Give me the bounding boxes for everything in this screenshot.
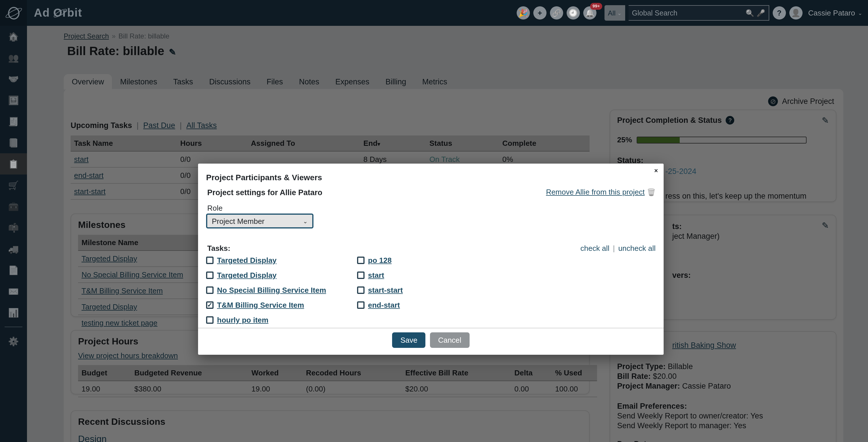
chevron-down-icon: ⌄ bbox=[303, 218, 308, 224]
task-checkbox-item: ✓ Targeted Display bbox=[206, 256, 277, 264]
sidebar-item-media[interactable]: 🖼️ bbox=[0, 90, 27, 111]
modal-divider bbox=[198, 328, 663, 328]
avatar[interactable]: 👤 bbox=[789, 6, 803, 20]
task-checkbox-item: ✓ start-start bbox=[357, 286, 403, 294]
notification-count-badge: 99+ bbox=[590, 3, 602, 9]
content-area: Project Search»Bill Rate: billable Bill … bbox=[27, 26, 868, 442]
participants-viewers-modal: × Project Participants & Viewers Project… bbox=[198, 164, 663, 355]
sidebar-item-projects[interactable]: 📋 bbox=[0, 153, 27, 175]
user-menu[interactable]: Cassie Pataro ⌄ bbox=[808, 9, 862, 17]
handshake-icon: 🤝 bbox=[8, 74, 19, 84]
sidebar-item-home[interactable]: 🏠 bbox=[0, 26, 27, 47]
checkbox[interactable]: ✓ bbox=[357, 302, 365, 309]
clipboard-icon: 📋 bbox=[8, 159, 19, 169]
sidebar-item-settings[interactable]: ⚙️ bbox=[0, 330, 27, 352]
task-checkbox-item: ✓ po 128 bbox=[357, 256, 392, 264]
trash-icon[interactable]: 🗑️ bbox=[647, 188, 656, 196]
sidebar-item-ledger[interactable]: 📒 bbox=[0, 132, 27, 153]
checkbox[interactable]: ✓ bbox=[206, 272, 214, 279]
sidebar-item-contacts[interactable]: 👥 bbox=[0, 47, 27, 68]
task-checkbox-label[interactable]: end-start bbox=[368, 301, 400, 309]
sidebar-divider bbox=[5, 327, 22, 327]
microphone-icon[interactable]: 🎤 bbox=[756, 9, 765, 17]
images-icon: 🖼️ bbox=[8, 95, 19, 105]
close-icon[interactable]: × bbox=[654, 167, 658, 174]
app-logo-text[interactable]: Ad Orbit bbox=[34, 6, 82, 20]
role-label: Role bbox=[207, 204, 223, 212]
checkbox[interactable]: ✓ bbox=[206, 316, 214, 324]
checkbox[interactable]: ✓ bbox=[206, 257, 214, 264]
checkbox[interactable]: ✓ bbox=[206, 286, 214, 294]
task-checkbox-item: ✓ end-start bbox=[357, 301, 400, 309]
truck-icon: 🚚 bbox=[8, 244, 19, 254]
quick-add-icon[interactable]: + bbox=[533, 6, 547, 20]
role-select[interactable]: Project Member ⌄ bbox=[206, 214, 313, 228]
task-checkbox-item: ✓ Targeted Display bbox=[206, 271, 277, 280]
task-checkbox-item: ✓ start bbox=[357, 271, 384, 280]
task-checkbox-item: ✓ No Special Billing Service Item bbox=[206, 286, 326, 294]
user-name-label: Cassie Pataro bbox=[808, 9, 855, 17]
orbit-planet-icon bbox=[5, 5, 22, 21]
modal-tasks-label: Tasks: bbox=[207, 244, 230, 253]
modal-settings-heading: Project settings for Allie Pataro bbox=[207, 188, 322, 197]
app-root: Ad Orbit 🎉 + 🔗 🕘 🔔 99+ All ⌄ 🔍 🎤 ? bbox=[0, 0, 868, 442]
toolbox-star-icon: 🧰 bbox=[8, 201, 19, 212]
w2-document-icon: 📄 bbox=[8, 265, 19, 275]
role-selected-value: Project Member bbox=[212, 217, 265, 225]
mailbox-icon: 📫 bbox=[8, 222, 19, 233]
people-icon: 👥 bbox=[8, 53, 19, 63]
search-scope-value: All bbox=[608, 9, 616, 17]
app-logo-icon[interactable] bbox=[0, 0, 27, 26]
ledger-icon: 📒 bbox=[8, 137, 19, 148]
sidebar-item-partners[interactable]: 🤝 bbox=[0, 68, 27, 90]
sidebar-item-tax-forms[interactable]: 📄 bbox=[0, 259, 27, 281]
task-checkbox-label[interactable]: start-start bbox=[368, 286, 403, 294]
search-icon[interactable]: 🔍 bbox=[746, 9, 754, 17]
checkbox[interactable]: ✓ bbox=[206, 302, 214, 309]
task-checkbox-label[interactable]: T&M Billing Service Item bbox=[217, 301, 304, 309]
task-checkbox-label[interactable]: Targeted Display bbox=[217, 256, 277, 264]
topbar-actions: 🎉 + 🔗 🕘 🔔 99+ All ⌄ 🔍 🎤 ? 👤 Cassie P bbox=[517, 5, 868, 21]
task-checkbox-label[interactable]: start bbox=[368, 271, 384, 280]
top-navbar: Ad Orbit 🎉 + 🔗 🕘 🔔 99+ All ⌄ 🔍 🎤 ? bbox=[0, 0, 868, 26]
sidebar-item-invoices[interactable]: 🧾 bbox=[0, 111, 27, 132]
history-icon[interactable]: 🕘 bbox=[567, 6, 580, 20]
whats-new-icon[interactable]: 🎉 bbox=[517, 6, 530, 20]
checkbox[interactable]: ✓ bbox=[357, 257, 365, 264]
cart-icon: 🛒 bbox=[8, 180, 19, 190]
search-scope-select[interactable]: All ⌄ bbox=[604, 5, 625, 21]
chevron-down-icon: ⌄ bbox=[617, 10, 622, 16]
pie-chart-icon: 📊 bbox=[8, 307, 19, 318]
checkbox[interactable]: ✓ bbox=[357, 272, 365, 279]
help-icon[interactable]: ? bbox=[773, 6, 786, 20]
uncheck-all-link[interactable]: uncheck all bbox=[618, 244, 656, 253]
checkbox[interactable]: ✓ bbox=[357, 286, 365, 294]
cancel-button[interactable]: Cancel bbox=[430, 333, 469, 348]
links-icon[interactable]: 🔗 bbox=[550, 6, 563, 20]
gear-icon: ⚙️ bbox=[8, 336, 19, 346]
check-all-link[interactable]: check all bbox=[580, 244, 609, 253]
sidebar-item-delivery[interactable]: 🚚 bbox=[0, 238, 27, 259]
sidebar-item-orders[interactable]: 🛒 bbox=[0, 175, 27, 196]
home-icon: 🏠 bbox=[8, 31, 19, 42]
task-checkbox-label[interactable]: po 128 bbox=[368, 256, 392, 264]
task-checkbox-label[interactable]: Targeted Display bbox=[217, 271, 277, 280]
sidebar-nav: 🏠 👥 🤝 🖼️ 🧾 📒 📋 🛒 🧰 📫 🚚 📄 ✉️ 📊 ⚙️ bbox=[0, 26, 27, 442]
task-checkbox-label[interactable]: hourly po item bbox=[217, 316, 268, 324]
sidebar-item-email[interactable]: ✉️ bbox=[0, 281, 27, 302]
envelope-icon: ✉️ bbox=[8, 286, 19, 296]
task-checkbox-item: ✓ T&M Billing Service Item bbox=[206, 301, 304, 309]
sidebar-item-products[interactable]: 🧰 bbox=[0, 196, 27, 217]
invoice-icon: 🧾 bbox=[8, 116, 19, 127]
global-search: 🔍 🎤 bbox=[629, 5, 769, 21]
pipe-separator: | bbox=[613, 244, 615, 253]
global-search-input[interactable] bbox=[632, 9, 746, 17]
notifications-bell-icon[interactable]: 🔔 99+ bbox=[583, 6, 596, 20]
save-button[interactable]: Save bbox=[392, 333, 425, 348]
sidebar-item-mailbox[interactable]: 📫 bbox=[0, 217, 27, 238]
remove-from-project-link[interactable]: Remove Allie from this project bbox=[546, 188, 645, 196]
task-checkbox-label[interactable]: No Special Billing Service Item bbox=[217, 286, 326, 294]
sidebar-item-reports[interactable]: 📊 bbox=[0, 302, 27, 323]
modal-title: Project Participants & Viewers bbox=[206, 173, 322, 182]
chevron-down-icon: ⌄ bbox=[858, 10, 862, 16]
